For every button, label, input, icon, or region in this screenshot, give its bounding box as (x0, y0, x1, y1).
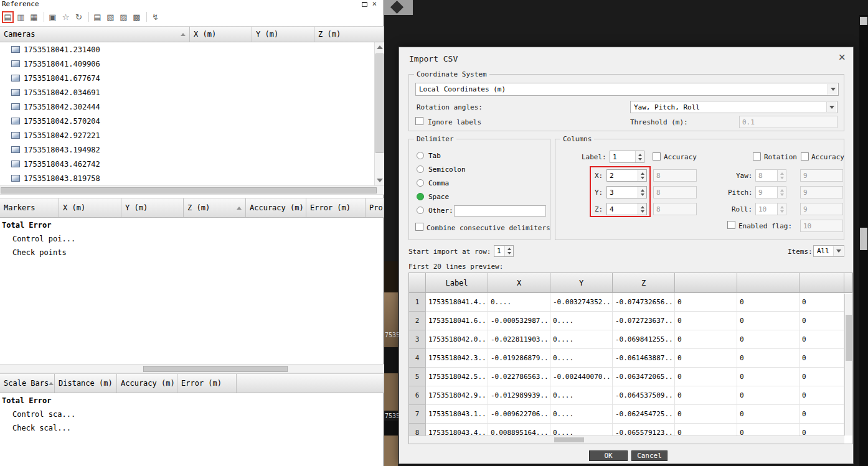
scalebars-row[interactable]: Check scal... (0, 421, 384, 435)
items-select[interactable]: All (813, 245, 844, 257)
scalebars-column-header[interactable]: Accuracy (m) (117, 374, 177, 393)
delimiter-option-comma[interactable]: Comma (417, 178, 449, 188)
optimize-cameras-icon[interactable]: ☆ (60, 11, 72, 23)
scrollbar-thumb[interactable] (1, 187, 377, 193)
scalebars-column-header[interactable]: Error (m) (177, 374, 237, 393)
camera-row[interactable]: 1753518043.194982 (0, 142, 374, 157)
spinner-arrows-icon[interactable] (638, 170, 646, 181)
spinner-arrows-icon[interactable] (638, 203, 646, 215)
preview-row[interactable]: 51753518042.5...-0.022786563...-0.002440… (409, 368, 852, 386)
camera-row[interactable]: 1753518041.677674 (0, 71, 374, 85)
scalebars-row[interactable]: Total Error (0, 394, 384, 408)
update-transform-icon[interactable]: ↻ (73, 11, 85, 23)
cameras-column-header[interactable]: Z (m) (314, 27, 384, 42)
convert-reference-icon[interactable]: ▦ (28, 11, 40, 23)
camera-row[interactable]: 1753518042.927221 (0, 128, 374, 142)
preview-column-header[interactable] (800, 273, 844, 293)
delimiter-option-tab[interactable]: Tab (417, 151, 441, 161)
yaw-accuracy-input[interactable]: 9 (800, 169, 843, 182)
cameras-column-header[interactable]: X (m) (190, 27, 252, 42)
yaw-column-spinner[interactable]: 8 (755, 169, 786, 182)
preview-column-header[interactable]: Y (550, 273, 613, 293)
markers-row[interactable]: Total Error (0, 218, 384, 232)
dialog-close-icon[interactable]: × (839, 50, 846, 63)
reference-settings-icon[interactable]: ▩ (131, 11, 143, 23)
y-accuracy-input[interactable]: 8 (653, 186, 697, 198)
threshold-input[interactable]: 0.1 (739, 116, 837, 128)
cameras-horizontal-scrollbar[interactable] (0, 185, 384, 195)
enabled-flag-checkbox[interactable] (727, 221, 735, 229)
view-errors-icon[interactable]: ▣ (47, 11, 59, 23)
enabled-flag-input[interactable]: 10 (800, 220, 843, 232)
scrollbar-thumb[interactable] (846, 315, 852, 361)
combine-delimiters-checkbox[interactable] (415, 223, 423, 231)
z-column-spinner[interactable]: 4 (606, 203, 647, 215)
preview-column-header[interactable] (409, 273, 426, 293)
dropdown-arrow-icon[interactable] (833, 246, 843, 256)
markers-column-header[interactable]: Error (m) (306, 198, 366, 217)
markers-column-header[interactable]: Z (m) (184, 198, 246, 217)
preview-row[interactable]: 61753518042.9...-0.012989939...0....-0.0… (409, 386, 852, 405)
scrollbar-thumb[interactable] (375, 54, 384, 153)
preview-row[interactable]: 71753518043.1...-0.009622706...0....-0.0… (409, 405, 852, 424)
dropdown-arrow-icon[interactable] (828, 84, 837, 95)
cancel-button[interactable]: Cancel (631, 450, 668, 461)
markers-column-header[interactable]: Y (m) (121, 198, 184, 217)
camera-row[interactable]: 1753518042.034691 (0, 85, 374, 100)
preview-row[interactable]: 31753518042.0...-0.022811903...0....-0.0… (409, 330, 852, 349)
roll-accuracy-input[interactable]: 9 (800, 203, 843, 215)
markers-column-header[interactable]: X (m) (59, 198, 121, 217)
scalebars-column-header[interactable]: Scale Bars (0, 374, 55, 393)
ok-button[interactable]: OK (589, 450, 628, 461)
label-column-spinner[interactable]: 1 (610, 151, 644, 163)
spinner-arrows-icon[interactable] (504, 246, 513, 256)
scrollbar-thumb[interactable] (554, 437, 584, 442)
preview-horizontal-scrollbar[interactable] (409, 436, 844, 444)
accuracy-checkbox-right[interactable] (801, 152, 809, 161)
z-accuracy-input[interactable]: 8 (653, 203, 697, 215)
pitch-accuracy-input[interactable]: 9 (800, 186, 843, 198)
preview-column-header[interactable]: Label (426, 273, 488, 293)
rotation-angles-select[interactable]: Yaw, Pitch, Roll (630, 101, 837, 113)
camera-row[interactable]: 1753518043.819758 (0, 171, 374, 185)
scrollbar-thumb[interactable] (860, 228, 867, 250)
delimiter-option-space[interactable]: Space (417, 192, 449, 202)
preview-column-header[interactable]: X (488, 273, 550, 293)
markers-row[interactable]: Check points (0, 246, 384, 259)
rotation-checkbox[interactable] (753, 152, 761, 161)
spinner-arrows-icon[interactable] (638, 187, 646, 198)
preview-column-header[interactable] (675, 273, 737, 293)
y-column-spinner[interactable]: 3 (606, 186, 647, 198)
scrollbar-thumb[interactable] (143, 366, 288, 372)
float-panel-icon[interactable] (362, 2, 367, 7)
scroll-down-icon[interactable] (377, 179, 383, 182)
scalebars-column-header[interactable]: Distance (m) (55, 374, 117, 393)
x-column-spinner[interactable]: 2 (606, 169, 647, 182)
delimiter-option-other[interactable]: Other: (417, 205, 453, 215)
panel-horizontal-scrollbar[interactable] (0, 364, 384, 373)
preview-row[interactable]: 21753518041.6...-0.000532987...0....-0.0… (409, 312, 852, 330)
view-source-values-icon[interactable]: ▤ (92, 11, 103, 23)
markers-column-header[interactable]: Markers (0, 198, 59, 217)
markers-row[interactable]: Control poi... (0, 232, 384, 246)
roll-column-spinner[interactable]: 10 (755, 203, 786, 215)
scrollbar-button[interactable] (860, 17, 867, 25)
viewport-scrollbar[interactable] (859, 15, 868, 466)
scalebars-column-header[interactable] (237, 374, 384, 393)
start-row-spinner[interactable]: 1 (494, 245, 514, 257)
dropdown-arrow-icon[interactable] (826, 102, 836, 112)
preview-row[interactable]: 41753518042.3...-0.019286879...0....-0.0… (409, 349, 852, 368)
close-panel-icon[interactable]: × (372, 0, 377, 8)
delimiter-option-semicolon[interactable]: Semicolon (417, 164, 466, 174)
scroll-up-icon[interactable] (377, 45, 383, 49)
pitch-column-spinner[interactable]: 9 (755, 186, 786, 198)
camera-row[interactable]: 1753518042.570204 (0, 114, 374, 128)
camera-row[interactable]: 1753518043.462742 (0, 157, 374, 171)
view-errors-values-icon[interactable]: ▨ (118, 11, 130, 23)
cameras-vertical-scrollbar[interactable] (374, 42, 384, 185)
accuracy-checkbox-left[interactable] (653, 152, 661, 161)
markers-column-header[interactable]: Pro... (366, 198, 384, 217)
crs-select[interactable]: Local Coordinates (m) (415, 83, 839, 96)
preview-row[interactable]: 11753518041.4...0....-0.003274352...-0.0… (409, 293, 852, 312)
x-accuracy-input[interactable]: 8 (653, 169, 697, 182)
